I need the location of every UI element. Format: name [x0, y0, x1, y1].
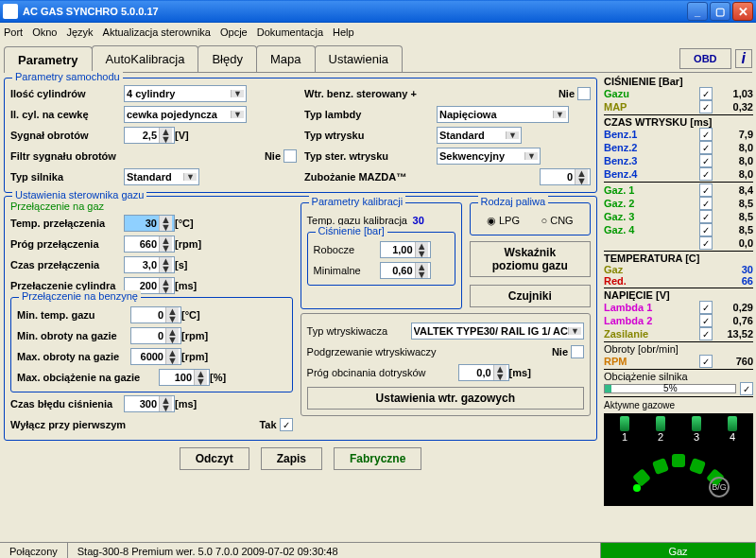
group-pressure: Ciśnienie [bar] Robocze 1,00▲▼ Minimalne…	[307, 232, 455, 286]
power-led-icon	[633, 484, 641, 492]
btn-write[interactable]: Zapis	[261, 447, 322, 470]
sel-engine-type[interactable]: Standard▼	[124, 168, 199, 185]
tab-mapa[interactable]: Mapa	[256, 45, 316, 72]
readout-panel: CIŚNIENIE [Bar] Gazu✓1,03 MAP✓0,32 CZAS …	[601, 73, 756, 542]
num-press-min[interactable]: 0,60▲▼	[380, 262, 431, 279]
tab-bledy[interactable]: Błędy	[198, 45, 257, 72]
lbl-engine-type: Typ silnika	[10, 171, 124, 183]
cyl-indicator-3	[692, 416, 701, 431]
radio-lpg[interactable]: ◉ LPG	[487, 215, 520, 227]
chk-rpm-filter[interactable]	[284, 149, 297, 163]
bottom-buttons: Odczyt Zapis Fabryczne	[4, 444, 597, 474]
menu-bar: Port Okno Język Aktualizacja sterownika …	[0, 23, 756, 42]
btn-gas-inj-settings[interactable]: Ustawienia wtr. gazowych	[307, 387, 584, 410]
legend-car-params: Parametry samochodu	[12, 71, 123, 82]
num-time-sw[interactable]: 3,0▲▼	[124, 256, 175, 273]
window-title: AC GAS SYNCHRO 5.0.0.17	[23, 6, 159, 17]
engine-load-bar: 5% ✓	[604, 382, 753, 395]
btn-gas-level[interactable]: Wskaźnik poziomu gazu	[470, 241, 591, 277]
group-fuel-type: Rodzaj paliwa ◉ LPG ○ CNG	[470, 202, 591, 235]
title-bar: AC GAS SYNCHRO 5.0.0.17 _ ▢ ✕	[0, 0, 756, 23]
status-connection: Połączony	[0, 543, 68, 558]
bg-switch-button[interactable]: B/G	[709, 477, 730, 497]
menu-help[interactable]: Help	[333, 26, 354, 39]
num-err-time[interactable]: 300▲▼	[124, 395, 175, 412]
minimize-button[interactable]: _	[687, 2, 708, 21]
lbl-inj-type: Typ wtrysku	[304, 130, 437, 141]
menu-okno[interactable]: Okno	[32, 26, 57, 39]
lbl-lambda-type: Typ lambdy	[304, 109, 437, 120]
app-icon	[3, 4, 18, 19]
group-gas-ctrl: Ustawienia sterownika gazu Przełączenie …	[4, 196, 597, 441]
lbl-cyl-coil: Il. cyl. na cewkę	[10, 109, 124, 120]
tab-strip: Parametry AutoKalibracja Błędy Mapa Usta…	[4, 45, 752, 73]
num-min-rpm[interactable]: 0▲▼	[130, 327, 181, 344]
obd-button[interactable]: OBD	[679, 48, 730, 69]
lbl-inj-ctrl: Typ ster. wtrysku	[304, 150, 437, 162]
btn-factory[interactable]: Fabryczne	[334, 447, 421, 470]
chk-inj-plus[interactable]	[577, 87, 591, 100]
cyl-indicator-1	[620, 416, 629, 431]
chk-load[interactable]: ✓	[740, 382, 753, 395]
num-rpm-signal[interactable]: 2,5▲▼	[124, 127, 175, 144]
val-cal-temp: 30	[413, 215, 424, 226]
status-mode: Gaz	[601, 543, 756, 558]
info-button[interactable]: i	[735, 49, 752, 68]
num-max-rpm[interactable]: 6000▲▼	[130, 348, 181, 365]
chk-r-gas[interactable]: ✓	[699, 87, 713, 100]
btn-sensors[interactable]: Czujniki	[470, 285, 591, 307]
chk-cut-first[interactable]: ✓	[280, 418, 293, 431]
sel-cyl-coil[interactable]: cewka pojedyncza▼	[124, 106, 247, 123]
num-cutoff[interactable]: 0,0▲▼	[458, 364, 509, 381]
sel-inj-type[interactable]: Standard▼	[437, 127, 522, 144]
group-cal-params: Parametry kalibracji Temp. gazu kalibrac…	[301, 202, 462, 309]
num-press-work[interactable]: 1,00▲▼	[380, 241, 431, 258]
maximize-button[interactable]: ▢	[710, 2, 730, 21]
lbl-lean-mazda: Zubożanie MAZDA™	[304, 171, 437, 183]
tab-autokalibracja[interactable]: AutoKalibracja	[92, 45, 199, 72]
lbl-rpm-signal: Sygnał obrotów	[10, 130, 124, 141]
menu-dokumentacja[interactable]: Dokumentacja	[257, 26, 323, 39]
btn-read[interactable]: Odczyt	[180, 447, 249, 470]
sel-cyl-count[interactable]: 4 cylindry▼	[124, 85, 247, 102]
radio-cng[interactable]: ○ CNG	[541, 215, 574, 226]
num-temp-sw[interactable]: 30▲▼	[124, 215, 175, 232]
num-lean-mazda[interactable]: 0▲▼	[540, 168, 591, 185]
chk-r-map[interactable]: ✓	[699, 100, 713, 113]
sel-lambda-type[interactable]: Napięciowa▼	[437, 106, 569, 123]
close-button[interactable]: ✕	[732, 2, 753, 21]
head-switch-gas: Przełączenie na gaz	[10, 201, 293, 212]
tab-ustawienia[interactable]: Ustawienia	[315, 45, 404, 72]
gas-level-gauge: B/G	[607, 446, 750, 503]
active-gas-label: Aktywne gazowe	[604, 400, 753, 410]
num-min-temp[interactable]: 0▲▼	[130, 306, 181, 323]
menu-port[interactable]: Port	[4, 26, 23, 39]
group-injector-sub: Typ wtryskiwacza VALTEK TYPE30/ RAIL IG …	[301, 313, 591, 416]
lbl-rpm-filter: Filtr sygnału obrotów	[10, 150, 124, 162]
legend-gas-ctrl: Ustawienia sterownika gazu	[12, 189, 146, 201]
group-car-params: Parametry samochodu Ilość cylindrów 4 cy…	[4, 78, 597, 193]
num-thresh[interactable]: 660▲▼	[124, 235, 175, 253]
status-bar: Połączony Stag-300-8 Premium wer. 5.0 7.…	[0, 542, 756, 558]
menu-aktualizacja[interactable]: Aktualizacja sterownika	[103, 26, 211, 39]
num-max-load[interactable]: 100▲▼	[159, 369, 210, 386]
menu-jezyk[interactable]: Język	[66, 26, 93, 39]
injector-panel: 1 2 3 4 B/G	[604, 413, 753, 506]
tab-parametry[interactable]: Parametry	[4, 46, 93, 73]
cyl-indicator-4	[728, 416, 737, 431]
chk-heater[interactable]	[571, 345, 584, 358]
cyl-indicator-2	[656, 416, 665, 431]
menu-opcje[interactable]: Opcje	[220, 26, 248, 39]
sel-injector-type[interactable]: VALTEK TYPE30/ RAIL IG 1/ AC▼	[411, 323, 584, 340]
group-switch-petrol: Przełączenie na benzynę Min. temp. gazu …	[10, 297, 293, 392]
sel-inj-ctrl[interactable]: Sekwencyjny▼	[437, 148, 541, 165]
lbl-inj-plus: Wtr. benz. sterowany +	[304, 88, 437, 99]
status-info: Stag-300-8 Premium wer. 5.0 7.0.0 2009-0…	[68, 543, 601, 558]
lbl-cyl-count: Ilość cylindrów	[10, 88, 124, 99]
